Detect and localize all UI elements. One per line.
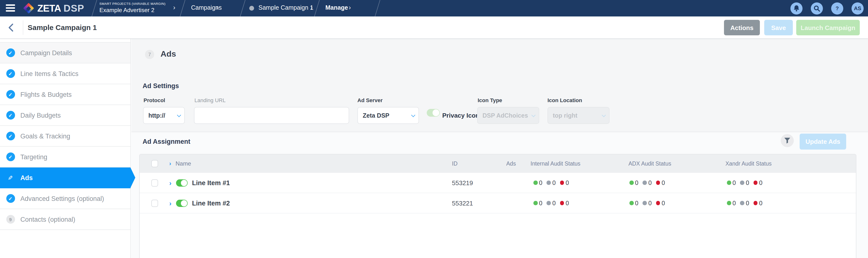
update-ads-button[interactable]: Update Ads (800, 134, 846, 150)
ad-assignment-section: Ad Assignment Update Ads › Name ID Ads I… (131, 132, 868, 258)
question-icon: ? (836, 5, 839, 11)
sort-chevron-icon[interactable]: › (169, 161, 171, 167)
check-icon: ✓ (6, 111, 15, 119)
menu-icon[interactable] (6, 4, 15, 12)
ad-server-select[interactable]: Zeta DSP (358, 107, 419, 124)
breadcrumb-campaign[interactable]: Sample Campaign 1 (258, 4, 313, 11)
sidebar-item-targeting[interactable]: ✓ Targeting (0, 147, 130, 168)
chevron-down-icon (531, 113, 535, 117)
check-icon: ✓ (6, 152, 15, 161)
internal-audit-status: 0 0 0 (533, 179, 569, 186)
chevron-down-icon (177, 113, 181, 117)
launch-campaign-button[interactable]: Launch Campaign (796, 20, 860, 35)
status-dot-approved (727, 181, 731, 185)
check-icon: ✓ (6, 132, 15, 140)
search-button[interactable] (811, 2, 823, 14)
icon-location-label: Icon Location (548, 97, 582, 103)
campaign-steps-sidebar: ✓ Campaign Details ✓ Line Items & Tactic… (0, 39, 131, 258)
chevron-right-icon[interactable]: › (216, 3, 218, 11)
status-dot-rejected (753, 181, 758, 185)
check-icon: ✓ (6, 69, 15, 78)
sidebar-item-goals-tracking[interactable]: ✓ Goals & Tracking (0, 126, 130, 147)
avatar[interactable]: AS (851, 2, 864, 14)
column-header-xandr-audit[interactable]: Xandr Audit Status (725, 161, 772, 167)
icon-location-select[interactable]: top right (548, 107, 610, 124)
help-button[interactable]: ? (831, 2, 843, 14)
step-badge: 7 (145, 50, 154, 59)
chevron-right-icon[interactable]: › (349, 3, 351, 11)
line-item-toggle[interactable] (176, 199, 188, 207)
status-dot-rejected (656, 181, 660, 185)
row-checkbox[interactable] (151, 179, 158, 186)
line-item-toggle[interactable] (176, 179, 188, 186)
pencil-icon: ✎ (6, 173, 15, 182)
xandr-audit-status: 0 0 0 (727, 200, 763, 207)
status-dot-pending (547, 181, 551, 185)
chevron-down-icon (602, 113, 606, 117)
notifications-button[interactable] (790, 2, 803, 14)
check-icon: ✓ (6, 194, 15, 203)
ad-assignment-heading: Ad Assignment (143, 138, 190, 145)
chevron-down-icon (411, 113, 415, 117)
column-header-internal-audit[interactable]: Internal Audit Status (530, 161, 581, 167)
column-header-id[interactable]: ID (452, 161, 458, 167)
icon-type-select[interactable]: DSP AdChoices (477, 107, 539, 124)
column-header-ads[interactable]: Ads (506, 161, 516, 167)
filter-icon (784, 138, 790, 144)
adx-audit-status: 0 0 0 (629, 179, 665, 186)
breadcrumb-divider (179, 0, 186, 16)
check-icon: ✓ (6, 90, 15, 99)
privacy-icon-toggle[interactable] (427, 109, 440, 117)
status-dot-pending (740, 181, 744, 185)
sidebar-item-contacts[interactable]: 9 Contacts (optional) (0, 209, 130, 230)
app-window: ZETA DSP SMART PROJECTS (VARIABLE MARGIN… (0, 0, 868, 258)
ad-settings-section: 7 Ads Ad Settings Protocol Landing URL A… (131, 39, 868, 132)
status-dot-rejected (560, 181, 564, 185)
line-item-id: 553221 (452, 199, 473, 207)
main-content: 7 Ads Ad Settings Protocol Landing URL A… (131, 39, 868, 258)
status-dot-pending (547, 201, 551, 205)
internal-audit-status: 0 0 0 (533, 200, 569, 207)
chevron-right-icon[interactable]: › (310, 3, 313, 11)
campaign-status-dot (249, 6, 254, 11)
expand-row-icon[interactable]: › (169, 200, 172, 207)
landing-url-input[interactable] (194, 107, 349, 124)
adx-audit-status: 0 0 0 (629, 200, 665, 207)
xandr-audit-status: 0 0 0 (727, 179, 763, 186)
sidebar-item-campaign-details[interactable]: ✓ Campaign Details (0, 43, 130, 64)
line-item-name: Line Item #2 (192, 199, 230, 207)
ad-server-label: Ad Server (358, 97, 382, 103)
status-dot-pending (643, 181, 647, 185)
column-header-name[interactable]: Name (176, 160, 191, 167)
section-title: Ads (160, 49, 176, 59)
save-button[interactable]: Save (764, 20, 793, 35)
top-nav-bar: ZETA DSP SMART PROJECTS (VARIABLE MARGIN… (0, 0, 868, 16)
row-checkbox[interactable] (151, 199, 158, 207)
table-header: › Name ID Ads Internal Audit Status ADX … (140, 154, 856, 173)
chevron-right-icon[interactable]: › (173, 3, 175, 11)
sidebar-item-flights-budgets[interactable]: ✓ Flights & Budgets (0, 84, 130, 105)
status-dot-pending (740, 201, 744, 205)
sidebar-item-line-items[interactable]: ✓ Line Items & Tactics (0, 64, 130, 84)
icon-type-label: Icon Type (478, 97, 502, 103)
status-dot-approved (629, 181, 633, 185)
sidebar-item-ads[interactable]: ✎ Ads (0, 168, 130, 188)
breadcrumb-manage[interactable]: Manage (326, 4, 348, 11)
status-dot-rejected (560, 201, 564, 205)
column-header-adx-audit[interactable]: ADX Audit Status (628, 161, 671, 167)
filter-button[interactable] (781, 134, 794, 147)
sidebar-item-daily-budgets[interactable]: ✓ Daily Budgets (0, 105, 130, 126)
back-icon[interactable] (8, 23, 14, 32)
expand-row-icon[interactable]: › (169, 179, 172, 186)
sidebar-item-advanced-settings[interactable]: ✓ Advanced Settings (optional) (0, 188, 130, 209)
breadcrumb-advertiser[interactable]: Example Advertiser 2 (99, 7, 154, 13)
actions-button[interactable]: Actions (724, 20, 760, 35)
line-item-id: 553219 (452, 179, 473, 186)
table-row: › Line Item #1 553219 0 0 0 (140, 173, 856, 193)
brand-dsp: DSP (64, 3, 84, 14)
brand-zeta: ZETA (37, 3, 61, 14)
status-dot-pending (643, 201, 647, 205)
status-dot-approved (727, 201, 731, 205)
select-all-checkbox[interactable] (151, 160, 158, 167)
protocol-select[interactable]: http:// (143, 107, 185, 124)
